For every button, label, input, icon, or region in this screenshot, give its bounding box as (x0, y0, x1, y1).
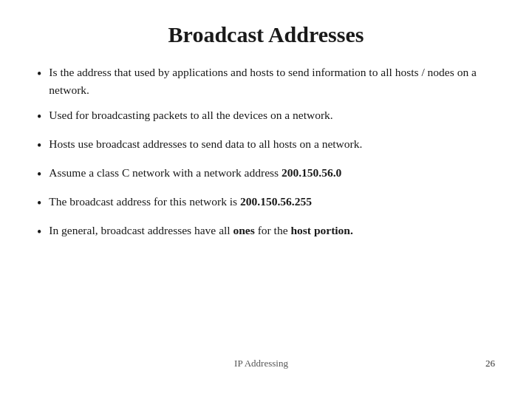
slide-container: Broadcast Addresses • Is the address tha… (0, 0, 532, 399)
list-item: • In general, broadcast addresses have a… (37, 222, 495, 243)
slide-title: Broadcast Addresses (37, 22, 495, 47)
bullet-dot: • (37, 64, 41, 85)
bullet-text-6: In general, broadcast addresses have all… (49, 222, 495, 239)
bullet-text-2: Used for broadcasting packets to all the… (49, 106, 495, 124)
bullet-dot: • (37, 107, 41, 128)
bullet-text-1: Is the address that used by applications… (49, 64, 495, 99)
bold-host-portion: host portion. (290, 224, 352, 236)
bullet-text-5: The broadcast address for this network i… (49, 193, 495, 211)
list-item: • Hosts use broadcast addresses to send … (37, 135, 495, 157)
bullet-text-4: Assume a class C network with a network … (49, 164, 495, 182)
list-item: • The broadcast address for this network… (37, 193, 495, 214)
footer-page: 26 (485, 358, 495, 369)
list-item: • Used for broadcasting packets to all t… (37, 106, 495, 128)
bullet-dot: • (37, 136, 41, 157)
footer-label: IP Addressing (37, 358, 485, 369)
list-item: • Is the address that used by applicatio… (37, 64, 495, 99)
bold-address-1: 200.150.56.0 (282, 166, 341, 179)
bullet-dot: • (37, 222, 41, 243)
slide-footer: IP Addressing 26 (37, 350, 495, 369)
bullet-text-3: Hosts use broadcast addresses to send da… (49, 135, 495, 153)
list-item: • Assume a class C network with a networ… (37, 164, 495, 185)
bold-ones: ones (233, 224, 255, 236)
bullet-dot: • (37, 194, 41, 214)
bold-address-2: 200.150.56.255 (240, 195, 312, 208)
bullet-dot: • (37, 165, 41, 185)
bullet-list: • Is the address that used by applicatio… (37, 64, 495, 350)
